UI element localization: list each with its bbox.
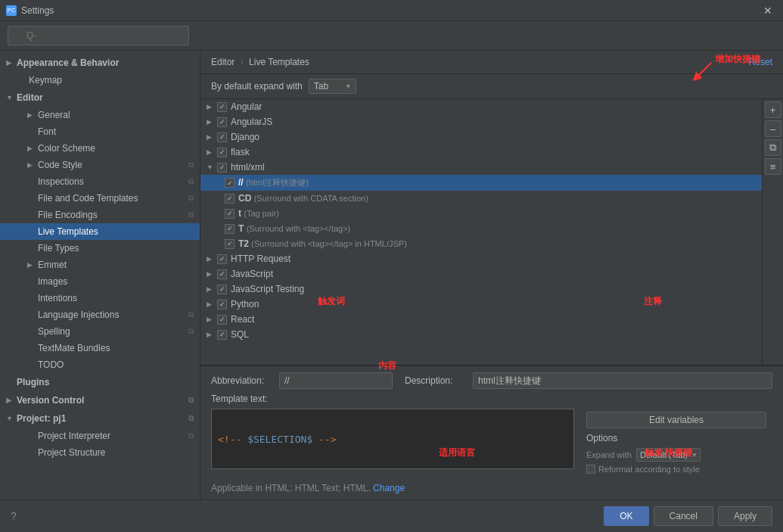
expand-row: By default expand with Tab Space Enter ▼ <box>200 74 783 99</box>
sidebar-item-file-encodings[interactable]: File Encodings ⧉ <box>0 207 200 223</box>
description-input[interactable] <box>473 372 772 389</box>
reset-link[interactable]: Reset <box>749 57 772 67</box>
template-editor-row: <!-- $SELECTION$ --> Edit variables Opti… <box>211 409 772 477</box>
edit-variables-button[interactable]: Edit variables <box>586 412 766 428</box>
sidebar-item-label: Color Scheme <box>38 143 95 154</box>
sidebar-item-spelling[interactable]: Spelling ⧉ <box>0 323 200 340</box>
sidebar-item-label: File Types <box>38 243 79 254</box>
sidebar-item-todo[interactable]: TODO <box>0 356 200 373</box>
group-http-request[interactable]: HTTP Request <box>200 251 762 266</box>
sidebar-item-live-templates[interactable]: Live Templates <box>0 223 200 240</box>
item-checkbox-cd[interactable] <box>225 194 235 204</box>
ok-button[interactable]: OK <box>604 506 648 526</box>
main-panel: Editor › Live Templates Reset By default… <box>200 51 783 499</box>
group-sql[interactable]: SQL <box>200 327 762 342</box>
close-button[interactable]: ✕ <box>759 2 777 20</box>
sidebar-item-label: File Encodings <box>38 210 98 220</box>
item-checkbox-T2[interactable] <box>225 239 235 249</box>
group-python[interactable]: Python <box>200 297 762 312</box>
group-angular[interactable]: Angular <box>200 99 762 114</box>
template-t[interactable]: t (Tag pair) <box>200 206 762 221</box>
sidebar-item-version-control[interactable]: Version Control ⧉ <box>0 391 200 409</box>
group-checkbox-angular[interactable] <box>217 102 227 112</box>
group-label-angular: Angular <box>231 101 262 112</box>
sidebar-item-images[interactable]: Images <box>0 273 200 290</box>
sidebar-item-font[interactable]: Font <box>0 123 200 140</box>
abbreviation-input[interactable] <box>279 372 393 389</box>
sidebar-item-project[interactable]: Project: pj1 ⧉ <box>0 409 200 428</box>
sidebar-item-plugins[interactable]: Plugins <box>0 373 200 391</box>
copy-template-button[interactable]: ⧉ <box>765 139 781 156</box>
group-checkbox-javascript-testing[interactable] <box>217 285 227 294</box>
sidebar-item-keymap[interactable]: Keymap <box>0 72 200 89</box>
template-buttons: + – ⧉ ≡ <box>762 99 783 365</box>
group-checkbox-javascript[interactable] <box>217 269 227 279</box>
group-angularjs[interactable]: AngularJS <box>200 114 762 129</box>
sidebar-item-inspections[interactable]: Inspections ⧉ <box>0 173 200 190</box>
group-checkbox-python[interactable] <box>217 300 227 310</box>
sidebar-item-intentions[interactable]: Intentions <box>0 290 200 306</box>
triangle-icon <box>6 397 14 404</box>
item-checkbox-html-comment[interactable] <box>225 178 235 188</box>
group-checkbox-django[interactable] <box>217 132 227 142</box>
group-label-react: React <box>231 314 254 325</box>
group-javascript[interactable]: JavaScript <box>200 266 762 282</box>
search-input[interactable] <box>8 26 189 45</box>
sidebar-item-language-injections[interactable]: Language Injections ⧉ <box>0 306 200 323</box>
sidebar-item-appearance[interactable]: Appearance & Behavior <box>0 54 200 72</box>
change-link[interactable]: Change <box>373 483 405 493</box>
group-django[interactable]: Django <box>200 129 762 145</box>
sidebar-item-general[interactable]: General <box>0 107 200 123</box>
remove-template-button[interactable]: – <box>765 120 781 137</box>
group-checkbox-sql[interactable] <box>217 330 227 340</box>
sidebar-item-label: Intentions <box>38 293 77 303</box>
copy-icon: ⧉ <box>188 160 194 170</box>
group-react[interactable]: React <box>200 312 762 327</box>
breadcrumb-separator: › <box>241 57 244 67</box>
group-checkbox-http-request[interactable] <box>217 254 227 264</box>
sidebar-item-color-scheme[interactable]: Color Scheme <box>0 140 200 157</box>
item-checkbox-t[interactable] <box>225 209 235 219</box>
item-checkbox-T[interactable] <box>225 224 235 234</box>
sidebar-item-label: Project Structure <box>38 447 105 458</box>
item-label-cd: CD (Surround with CDATA section) <box>238 193 368 204</box>
expand-icon <box>207 163 214 171</box>
expand-select[interactable]: Tab Space Enter <box>309 79 356 94</box>
options-panel: Edit variables Options Expand with Defau… <box>580 409 772 477</box>
sidebar-item-textmate-bundles[interactable]: TextMate Bundles <box>0 340 200 356</box>
sidebar-item-project-structure[interactable]: Project Structure <box>0 444 200 461</box>
group-htmlxml[interactable]: html/xml <box>200 160 762 175</box>
copy-icon: ⧉ <box>188 310 194 319</box>
footer-help: ? <box>11 510 599 522</box>
sidebar-item-project-interpreter[interactable]: Project Interpreter ⧉ <box>0 428 200 444</box>
move-template-button[interactable]: ≡ <box>765 158 781 175</box>
abbreviation-label: Abbreviation: <box>211 375 279 386</box>
cancel-button[interactable]: Cancel <box>654 506 713 526</box>
template-html-comment[interactable]: // (html注释快捷键) <box>200 175 762 191</box>
group-javascript-testing[interactable]: JavaScript Testing <box>200 282 762 297</box>
sidebar-item-file-types[interactable]: File Types <box>0 240 200 257</box>
help-button[interactable]: ? <box>11 510 17 522</box>
abbreviation-row: Abbreviation: Description: <box>211 372 772 389</box>
group-label-sql: SQL <box>231 329 249 340</box>
template-cd[interactable]: CD (Surround with CDATA section) <box>200 191 762 206</box>
template-T2[interactable]: T2 (Surround with <tag></tag> in HTML/JS… <box>200 236 762 251</box>
group-flask[interactable]: flask <box>200 145 762 160</box>
group-checkbox-flask[interactable] <box>217 148 227 157</box>
applicable-row: Applicable in HTML: HTML Text; HTML. Cha… <box>211 483 772 493</box>
sidebar-item-code-style[interactable]: Code Style ⧉ <box>0 157 200 173</box>
sidebar-item-emmet[interactable]: Emmet <box>0 257 200 273</box>
add-template-button[interactable]: + <box>765 101 781 118</box>
sidebar-item-editor[interactable]: Editor <box>0 89 200 107</box>
group-checkbox-angularjs[interactable] <box>217 117 227 127</box>
template-T[interactable]: T (Surround with <tag></tag>) <box>200 221 762 236</box>
apply-button[interactable]: Apply <box>718 506 772 526</box>
sidebar-item-file-code-templates[interactable]: File and Code Templates ⧉ <box>0 190 200 207</box>
template-editor[interactable]: <!-- $SELECTION$ --> <box>211 409 574 469</box>
triangle-icon <box>6 59 14 67</box>
group-checkbox-htmlxml[interactable] <box>217 163 227 173</box>
group-checkbox-react[interactable] <box>217 315 227 325</box>
group-label-angularjs: AngularJS <box>231 117 272 127</box>
expand-with-select[interactable]: Default (Tab) Tab Space Enter <box>636 448 701 462</box>
reformat-checkbox[interactable] <box>586 465 595 474</box>
